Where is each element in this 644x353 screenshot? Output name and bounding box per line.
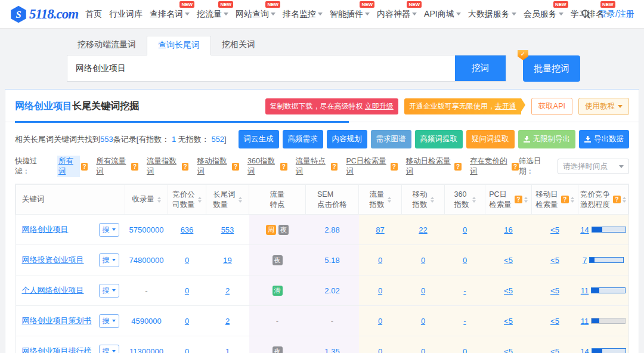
action-高频需求[interactable]: 高频需求 <box>283 130 323 148</box>
nav-item-网站查询[interactable]: 网站查询NEW <box>236 9 275 20</box>
action-疑问词提取[interactable]: 疑问词提取 <box>466 130 515 148</box>
help-icon[interactable]: ? <box>280 163 287 171</box>
tab-查询长尾词[interactable]: 查询长尾词 <box>147 36 211 55</box>
nav-item-API商城[interactable]: API商城 <box>424 9 461 20</box>
mobile-index-cell-link[interactable]: 0 <box>421 347 425 353</box>
pc-daily-search-cell-link[interactable]: <5 <box>504 286 513 295</box>
sort-icon[interactable] <box>524 197 528 203</box>
nav-item-查排名词[interactable]: 查排名词NEW <box>150 9 190 20</box>
date-select[interactable]: 请选择时间点 <box>558 159 629 174</box>
help-icon[interactable]: ? <box>391 163 398 171</box>
pc-daily-search-cell-link[interactable]: 16 <box>504 225 512 234</box>
keyword-search-button[interactable]: 搜 <box>99 314 119 328</box>
filter-link[interactable]: 360指数词 <box>247 156 279 176</box>
help-icon[interactable]: ? <box>232 163 239 171</box>
mobile-daily-search-cell-link[interactable]: <5 <box>550 256 559 265</box>
nav-item-首页[interactable]: 首页 <box>85 9 102 20</box>
filter-link[interactable]: PC日检索量词 <box>346 156 389 176</box>
action-无限制导出[interactable]: 无限制导出 <box>518 130 576 148</box>
mobile-daily-search-cell-link[interactable]: <5 <box>550 347 559 353</box>
filter-link[interactable]: 流量特点词 <box>296 156 330 176</box>
keyword-link[interactable]: 网络创业项目 <box>22 224 69 235</box>
nav-item-内容神器[interactable]: 内容神器NEW <box>377 9 417 20</box>
filter-link[interactable]: 所有词 <box>57 156 80 177</box>
bid-level-link[interactable]: 11 <box>581 317 589 326</box>
upgrade-promo-banner[interactable]: 复制数据下载，尽在高级特权 立即升级 <box>265 98 398 114</box>
traffic-index-cell-link[interactable]: 0 <box>378 256 382 265</box>
mobile-index-cell-link[interactable]: 0 <box>421 317 425 326</box>
keyword-link[interactable]: 网络创业项目排行榜 <box>22 346 92 353</box>
action-导出数据[interactable]: 导出数据 <box>579 130 629 148</box>
help-icon[interactable]: ? <box>331 163 338 171</box>
longtail-count-cell-link[interactable]: 19 <box>223 256 231 265</box>
keyword-link[interactable]: 网络创业项目策划书 <box>22 315 92 326</box>
bid-level-link[interactable]: 7 <box>583 256 587 265</box>
nav-item-智能插件[interactable]: 智能插件NEW <box>330 9 370 20</box>
mobile-daily-search-cell-link[interactable]: <5 <box>550 225 559 234</box>
tab-挖移动端流量词[interactable]: 挖移动端流量词 <box>67 36 147 55</box>
pc-daily-search-cell-link[interactable]: <5 <box>504 256 513 265</box>
sort-icon[interactable] <box>431 197 434 203</box>
nav-item-学习排名[interactable]: 学习排名NEW <box>571 9 611 20</box>
filter-link[interactable]: 流量指数词 <box>147 156 181 176</box>
sort-icon[interactable] <box>388 197 391 203</box>
site-logo[interactable]: S 5118.com <box>10 5 78 23</box>
nav-item-行业词库[interactable]: 行业词库 <box>109 9 143 20</box>
filter-link[interactable]: 移动日检索量词 <box>406 156 454 176</box>
enterprise-promo-banner[interactable]: 开通企业版可享无限使用，去开通 <box>404 98 521 114</box>
keyword-search-button[interactable]: 搜 <box>99 223 119 237</box>
tutorial-button[interactable]: 使用教程 <box>578 98 629 115</box>
traffic-index-cell-link[interactable]: 0 <box>378 347 382 353</box>
action-内容规划[interactable]: 内容规划 <box>327 130 367 148</box>
longtail-count-cell-link[interactable]: 2 <box>225 317 230 326</box>
360-index-cell-link[interactable]: 0 <box>463 347 467 353</box>
sort-icon[interactable] <box>571 197 574 203</box>
sort-icon[interactable] <box>472 197 476 203</box>
pc-daily-search-cell-link[interactable]: <5 <box>504 347 513 353</box>
360-index-cell-link[interactable]: 0 <box>463 225 467 234</box>
bid-company-count-cell-link[interactable]: 0 <box>185 347 189 353</box>
batch-dig-button[interactable]: 批量挖词 <box>523 55 580 82</box>
sort-icon[interactable] <box>198 197 202 203</box>
sort-icon[interactable] <box>623 197 626 203</box>
longtail-count-cell-link[interactable]: 2 <box>225 286 230 295</box>
filter-link[interactable]: 存在竞价的词 <box>470 156 510 176</box>
pc-daily-search-cell-link[interactable]: <5 <box>504 317 513 326</box>
bid-level-link[interactable]: 14 <box>580 225 589 234</box>
upgrade-now-link[interactable]: 立即升级 <box>365 102 394 110</box>
longtail-count-cell-link[interactable]: 553 <box>221 225 234 234</box>
bid-level-link[interactable]: 14 <box>580 347 589 353</box>
dig-words-button[interactable]: 挖词 <box>455 55 506 81</box>
sort-icon[interactable] <box>157 197 161 203</box>
keyword-link[interactable]: 网络投资创业项目 <box>22 255 84 265</box>
filter-link[interactable]: 移动指数词 <box>197 156 231 176</box>
keyword-link[interactable]: 个人网络创业项目 <box>22 285 84 296</box>
get-api-button[interactable]: 获取API <box>531 98 572 115</box>
traffic-index-cell-link[interactable]: 0 <box>378 286 382 295</box>
mobile-index-cell-link[interactable]: 0 <box>421 286 425 295</box>
nav-item-排名监控[interactable]: 排名监控 <box>283 9 323 20</box>
action-词云生成[interactable]: 词云生成 <box>239 130 279 148</box>
help-icon[interactable]: ? <box>512 163 519 171</box>
mobile-index-cell-link[interactable]: 0 <box>421 256 425 265</box>
help-icon[interactable]: ? <box>81 163 88 171</box>
longtail-count-cell-link[interactable]: 1 <box>225 347 230 353</box>
tab-挖相关词[interactable]: 挖相关词 <box>211 36 266 55</box>
360-index-cell-link[interactable]: 0 <box>463 256 467 265</box>
bid-company-count-cell-link[interactable]: 0 <box>185 256 189 265</box>
keyword-input[interactable] <box>67 55 455 81</box>
bid-company-count-cell-link[interactable]: 0 <box>185 286 189 295</box>
bid-company-count-cell-link[interactable]: 0 <box>185 317 189 326</box>
help-icon[interactable]: ? <box>454 163 462 171</box>
nav-item-大数据服务[interactable]: 大数据服务 <box>468 9 516 20</box>
keyword-search-button[interactable]: 搜 <box>99 284 119 298</box>
nav-item-会员服务[interactable]: 会员服务NEW <box>524 9 564 20</box>
360-index-cell-link[interactable]: - <box>463 286 466 295</box>
help-icon[interactable]: ? <box>613 196 621 203</box>
help-icon[interactable]: ? <box>561 196 569 203</box>
action-需求图谱[interactable]: 需求图谱 <box>371 130 411 148</box>
mobile-index-cell-link[interactable]: 22 <box>419 225 427 234</box>
filter-link[interactable]: 所有流量词 <box>96 156 130 176</box>
help-icon[interactable]: ? <box>182 163 189 171</box>
action-高频词提取[interactable]: 高频词提取 <box>415 130 463 148</box>
